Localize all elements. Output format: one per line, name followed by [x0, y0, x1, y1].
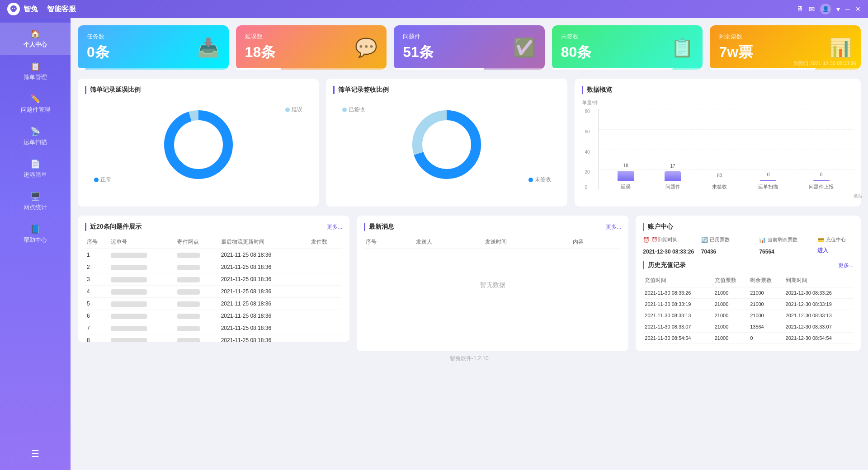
svg-point-0 — [12, 8, 13, 9]
menu-icon: ☰ — [31, 448, 39, 459]
msg-col-time: 发送时间 — [483, 235, 571, 249]
account-grid: ⏰ ⏰到期时间 🔄 已用票数 📊 当前剩余票数 💳 — [643, 236, 854, 255]
history-more-link[interactable]: 更多... — [838, 262, 854, 269]
user-avatar[interactable]: 👤 — [820, 4, 831, 14]
bar-report: 0 问题件上报 — [809, 172, 834, 190]
messages-table: 序号 发送人 发送时间 内容 — [364, 235, 621, 249]
messages-title: 最新消息 — [364, 223, 394, 231]
stat-card-tickets: 剩余票数 7w票 📊 到期日 2021-12-30 08:33:26 — [710, 25, 861, 70]
sidebar-item-personal[interactable]: 🏠 个人中心 — [0, 23, 71, 55]
row-time: 2021-11-25 08:18:36 — [219, 310, 309, 322]
sidebar-item-issues[interactable]: ✏️ 问题件管理 — [0, 88, 71, 120]
sidebar-label-issues: 问题件管理 — [21, 106, 50, 114]
table-row: 7 XXXXXXXXXX XXXXX 2021-11-25 08:18:36 — [85, 322, 342, 334]
donut-chart-1: 筛单记录延误比例 延误 正常 — [78, 79, 319, 207]
h-time: 2021-11-30 08:33:19 — [643, 299, 712, 310]
problem-label: 问题件 — [403, 33, 434, 41]
tickets-value: 7w票 — [719, 42, 753, 62]
bar-delay-value: 18 — [623, 163, 628, 168]
expire-value: 2021-12-30 08:33:26 — [643, 247, 698, 255]
h-expire: 2021-12-30 08:33:13 — [784, 310, 854, 321]
bar-area-wrap: 80 60 40 20 0 18 — [598, 109, 854, 199]
history-header: 历史充值记录 更多... — [643, 261, 854, 269]
h-time: 2021-11-30 08:33:26 — [643, 287, 712, 299]
monitor-icon[interactable]: 🖥 — [796, 5, 803, 13]
messages-header: 最新消息 更多... — [364, 223, 621, 231]
bar-problem-rect — [665, 171, 681, 181]
messages-more-link[interactable]: 更多... — [606, 223, 621, 231]
h-col-time: 充值时间 — [643, 274, 712, 287]
row-time: 2021-11-25 08:18:36 — [219, 261, 309, 273]
donut2-label-unsigned: 未签收 — [528, 176, 551, 183]
msg-col-content: 内容 — [571, 235, 621, 249]
table-row: 2 XXXXXXXXXX XXXXX 2021-11-25 08:18:36 — [85, 261, 342, 273]
sidebar-bottom[interactable]: ☰ — [0, 442, 71, 465]
content-area: 任务数 0条 📥 延误数 18条 💬 问题件 51条 ✅ — [71, 18, 868, 470]
donut1-container: 延误 正常 — [85, 99, 311, 190]
recharge-header: 💳 充值中心 — [817, 236, 854, 243]
stats-icon: 🖥️ — [30, 192, 40, 202]
row-waybill: XXXXXXXXXX — [109, 310, 175, 322]
row-station: XXXXX — [175, 298, 219, 310]
h-time: 2021-11-30 08:33:13 — [643, 310, 712, 321]
mail-icon[interactable]: ✉ — [809, 5, 815, 14]
bar-problem: 17 问题件 — [665, 164, 681, 190]
issues-table: 序号 运单号 寄件网点 最后物流更新时间 发件数 1 XXXXXXXXXX XX… — [85, 235, 342, 342]
minimize-button[interactable]: ─ — [845, 5, 850, 13]
donut1-svg — [158, 104, 239, 185]
row-count — [309, 273, 342, 286]
stat-card-problem: 问题件 51条 ✅ — [394, 25, 545, 70]
row-time: 2021-11-25 08:18:36 — [219, 273, 309, 286]
row-waybill: XXXXXXXXXX — [109, 249, 175, 261]
remain-icon: 📊 — [759, 237, 766, 243]
problem-value: 51条 — [403, 42, 434, 62]
recharge-link[interactable]: 进入 — [817, 247, 854, 255]
row-waybill: XXXXXXXXXX — [109, 298, 175, 310]
row-id: 6 — [85, 310, 109, 322]
bar-scan-value: 0 — [767, 172, 770, 177]
titlebar: 智兔 智能客服 🖥 ✉ 👤 ▾ ─ ✕ — [0, 0, 868, 18]
sidebar-item-help[interactable]: 📘 帮助中心 — [0, 218, 71, 250]
row-id: 5 — [85, 298, 109, 310]
row-station: XXXXX — [175, 334, 219, 343]
bar-x-type: 类型 — [854, 193, 863, 199]
unsigned-value: 80条 — [561, 42, 592, 62]
messages-empty: 暂无数据 — [364, 249, 621, 321]
h-col-remain: 剩余票数 — [748, 274, 783, 287]
sidebar-item-stats[interactable]: 🖥️ 网点统计 — [0, 185, 71, 218]
list-item: 2021-11-30 08:33:07 21000 13564 2021-12-… — [643, 321, 854, 333]
row-id: 2 — [85, 261, 109, 273]
stat-cards-row: 任务数 0条 📥 延误数 18条 💬 问题件 51条 ✅ — [78, 25, 861, 70]
issues-header: 近20条问题件展示 更多... — [85, 223, 342, 231]
tickets-icon: 📊 — [829, 37, 852, 58]
used-header: 🔄 已用票数 — [701, 236, 756, 243]
sidebar-label-personal: 个人中心 — [24, 41, 47, 49]
chevron-down-icon[interactable]: ▾ — [836, 5, 840, 14]
row-station: XXXXX — [175, 261, 219, 273]
h-amount: 21000 — [713, 287, 748, 299]
y-label-80: 80 — [585, 109, 590, 114]
close-button[interactable]: ✕ — [855, 5, 861, 13]
sidebar-item-filter[interactable]: 📋 筛单管理 — [0, 55, 71, 88]
issues-more-link[interactable]: 更多... — [327, 223, 342, 231]
y-label-0: 0 — [585, 185, 588, 190]
row-time: 2021-11-25 08:18:36 — [219, 286, 309, 298]
h-expire: 2021-12-30 08:54:54 — [784, 333, 854, 344]
sidebar-item-scan[interactable]: 📡 运单扫描 — [0, 120, 71, 153]
stat-card-tasks: 任务数 0条 📥 — [78, 25, 229, 70]
row-count — [309, 286, 342, 298]
row-count — [309, 249, 342, 261]
row-id: 7 — [85, 322, 109, 334]
table-row: 4 XXXXXXXXXX XXXXX 2021-11-25 08:18:36 — [85, 286, 342, 298]
unsigned-icon: 📋 — [671, 37, 693, 58]
h-amount: 21000 — [713, 321, 748, 333]
bar-title: 数据概览 — [582, 86, 854, 94]
delay-label: 延误数 — [245, 33, 276, 41]
row-id: 8 — [85, 334, 109, 343]
sidebar-label-filter: 筛单管理 — [24, 73, 47, 81]
account-title: 账户中心 — [643, 223, 854, 231]
table-row: 1 XXXXXXXXXX XXXXX 2021-11-25 08:18:36 — [85, 249, 342, 261]
sidebar: 🏠 个人中心 📋 筛单管理 ✏️ 问题件管理 📡 运单扫描 📄 进港筛单 🖥️ … — [0, 18, 71, 470]
sidebar-item-inport[interactable]: 📄 进港筛单 — [0, 153, 71, 185]
donut1-label-normal: 正常 — [94, 176, 111, 183]
